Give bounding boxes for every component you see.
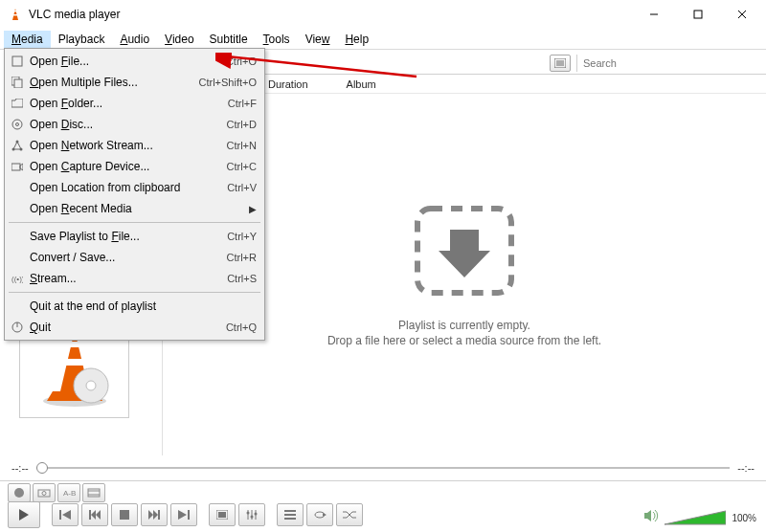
svg-marker-46: [91, 510, 96, 520]
empty-text-1: Playlist is currently empty.: [398, 319, 530, 332]
folder-icon: [9, 99, 26, 108]
shortcut-label: Ctrl+Q: [226, 321, 257, 333]
loop-icon: [313, 510, 327, 520]
menuitem-label: Open Capture Device...: [26, 160, 227, 173]
svg-text:A-B: A-B: [63, 489, 76, 498]
playlist-button[interactable]: [277, 503, 304, 526]
filmstrip-icon: [87, 488, 101, 498]
menuitem-label: Convert / Save...: [26, 251, 227, 264]
record-button[interactable]: [8, 483, 31, 502]
view-toggle-button[interactable]: [550, 55, 571, 72]
svg-rect-9: [14, 79, 22, 88]
seek-thumb[interactable]: [36, 462, 48, 474]
svg-marker-52: [178, 510, 187, 520]
menuitem-open-capture-device[interactable]: Open Capture Device...Ctrl+C: [7, 156, 262, 177]
speaker-icon[interactable]: [643, 509, 659, 526]
menuitem-open-folder[interactable]: Open Folder...Ctrl+F: [7, 93, 262, 114]
fullscreen-icon: [216, 510, 228, 520]
svg-marker-49: [148, 510, 153, 520]
menu-subtitle[interactable]: Subtitle: [202, 31, 256, 48]
svg-point-59: [247, 512, 250, 515]
stream-icon: ((•)): [9, 273, 26, 284]
capture-icon: [9, 162, 26, 171]
svg-marker-50: [153, 510, 158, 520]
shortcut-label: Ctrl+Y: [227, 231, 257, 242]
svg-rect-24: [68, 342, 81, 347]
seek-slider[interactable]: [36, 467, 731, 469]
svg-point-10: [12, 120, 22, 129]
atob-loop-button[interactable]: A-B: [57, 483, 80, 502]
stop-icon: [120, 510, 129, 520]
svg-point-35: [14, 488, 24, 498]
previous-button[interactable]: [81, 503, 108, 526]
menuitem-open-network-stream[interactable]: Open Network Stream...Ctrl+N: [7, 135, 262, 156]
empty-text-2: Drop a file here or select a media sourc…: [327, 334, 601, 347]
menuitem-label: Open Multiple Files...: [26, 76, 198, 89]
menuitem-convert-save[interactable]: Convert / Save...Ctrl+R: [7, 247, 262, 268]
equalizer-icon: [246, 510, 258, 520]
skip-back-button[interactable]: [52, 503, 79, 526]
menu-video[interactable]: Video: [157, 31, 201, 48]
next-button[interactable]: [141, 503, 168, 526]
snapshot-button[interactable]: [33, 483, 56, 502]
menu-help[interactable]: Help: [337, 31, 376, 48]
column-duration[interactable]: Duration: [268, 78, 308, 90]
menuitem-quit[interactable]: QuitCtrl+Q: [7, 317, 262, 338]
column-album[interactable]: Album: [347, 78, 376, 90]
menuitem-label: Quit at the end of playlist: [26, 299, 257, 313]
disc-icon: [9, 119, 26, 130]
menuitem-open-file[interactable]: Open File...Ctrl+O: [7, 51, 262, 72]
menuitem-open-location-from-clipboard[interactable]: Open Location from clipboardCtrl+V: [7, 177, 262, 198]
volume-slider[interactable]: [665, 509, 726, 526]
shortcut-label: Ctrl+D: [227, 119, 257, 130]
maximize-button[interactable]: [676, 0, 720, 29]
menuitem-label: Open Recent Media: [26, 202, 249, 215]
menu-tools[interactable]: Tools: [256, 31, 298, 48]
close-button[interactable]: [720, 0, 764, 29]
volume-percent: 100%: [732, 513, 756, 523]
menu-playback[interactable]: Playback: [51, 31, 113, 48]
fullscreen-button[interactable]: [209, 503, 236, 526]
file-icon: [9, 55, 26, 67]
svg-rect-25: [65, 359, 84, 366]
seek-bar-row: --:-- --:--: [0, 455, 766, 480]
menuitem-save-playlist-to-file[interactable]: Save Playlist to File...Ctrl+Y: [7, 226, 262, 247]
menu-audio[interactable]: Audio: [112, 31, 157, 48]
menuitem-open-recent-media[interactable]: Open Recent Media▶: [7, 198, 262, 219]
extended-settings-button[interactable]: [238, 503, 265, 526]
skip-back-icon: [59, 510, 71, 520]
svg-rect-15: [11, 164, 20, 170]
files-icon: [9, 77, 26, 88]
menuitem-open-disc[interactable]: Open Disc...Ctrl+D: [7, 114, 262, 135]
time-total: --:--: [737, 462, 755, 474]
skip-forward-button[interactable]: [170, 503, 197, 526]
skip-forward-icon: [178, 510, 190, 520]
shuffle-button[interactable]: [336, 503, 363, 526]
menubar: MediaPlaybackAudioVideoSubtitleToolsView…: [0, 29, 766, 50]
menuitem-quit-at-the-end-of-playlist[interactable]: Quit at the end of playlist: [7, 296, 262, 317]
control-bar: A-B 100%: [0, 480, 766, 532]
minimize-button[interactable]: [632, 0, 676, 29]
menuitem-label: Open Network Stream...: [26, 139, 227, 152]
shortcut-label: Ctrl+V: [227, 182, 257, 193]
time-current: --:--: [11, 462, 29, 474]
play-icon: [18, 508, 30, 521]
next-icon: [148, 510, 160, 520]
submenu-arrow-icon: ▶: [249, 204, 257, 214]
menu-media[interactable]: Media: [4, 31, 51, 48]
svg-marker-47: [96, 510, 101, 520]
svg-rect-43: [59, 510, 61, 520]
play-button[interactable]: [8, 501, 40, 528]
shortcut-label: Ctrl+S: [227, 273, 257, 284]
search-input[interactable]: [576, 55, 758, 72]
svg-rect-1: [14, 11, 17, 11]
frame-step-button[interactable]: [82, 483, 105, 502]
menuitem-open-multiple-files[interactable]: Open Multiple Files...Ctrl+Shift+O: [7, 72, 262, 93]
loop-button[interactable]: [306, 503, 333, 526]
shortcut-label: Ctrl+Shift+O: [198, 77, 257, 88]
menu-vie[interactable]: View: [298, 31, 338, 48]
stop-button[interactable]: [111, 503, 138, 526]
menuitem-stream[interactable]: ((•))Stream...Ctrl+S: [7, 268, 262, 289]
svg-rect-51: [158, 510, 160, 520]
vlc-logo-icon: [8, 7, 23, 22]
